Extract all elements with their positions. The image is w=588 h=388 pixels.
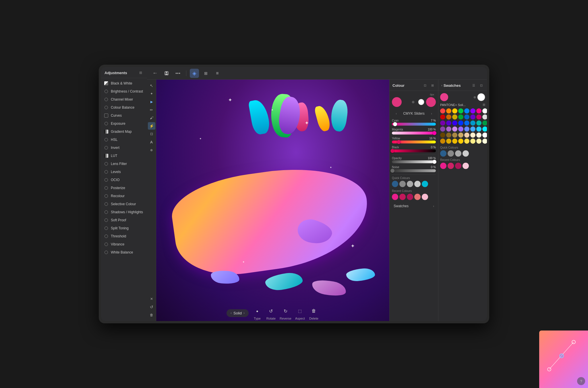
swatch-secondary-color[interactable]	[477, 93, 485, 101]
swatch-row4-6[interactable]	[476, 126, 481, 132]
type-selector[interactable]: ‹ Solid ›	[227, 309, 249, 317]
swatch-primary-color[interactable]	[440, 93, 448, 101]
recent-color-1[interactable]	[399, 194, 406, 200]
adj-item-lens-filter[interactable]: Lens Filter	[101, 160, 147, 168]
layers-btn[interactable]: ≡	[213, 69, 222, 78]
type-next-btn[interactable]: ›	[243, 311, 245, 315]
swatch-row4-1[interactable]	[446, 126, 451, 132]
swatch-row1-7[interactable]	[482, 108, 487, 114]
recent-color-3[interactable]	[414, 194, 421, 200]
sp-quick-1[interactable]	[448, 150, 454, 157]
swatch-row1-1[interactable]	[446, 108, 451, 114]
swatches-nav-btn[interactable]: Swatches ›	[392, 202, 436, 210]
quick-color-2[interactable]	[407, 181, 413, 187]
adj-item-hsl[interactable]: HSL	[101, 136, 147, 144]
undo-tool-btn[interactable]: ↺	[148, 303, 155, 311]
cmyk-next-btn[interactable]: ›	[429, 111, 434, 116]
swatches-back-btn[interactable]: ‹	[441, 84, 442, 87]
brush-active-tool[interactable]: ⚡	[148, 122, 155, 130]
swatch-row2-4[interactable]	[464, 114, 469, 120]
black-track[interactable]	[392, 149, 436, 152]
yellow-track[interactable]	[392, 141, 436, 143]
close-tool-btn[interactable]: ✕	[148, 295, 155, 303]
adj-item-colour-balance[interactable]: Colour Balance	[101, 103, 147, 112]
paint-tool[interactable]: 🖌	[148, 114, 155, 122]
noise-thumb[interactable]	[390, 169, 394, 173]
sp-recent-0[interactable]	[440, 163, 446, 169]
swatch-row1-2[interactable]	[452, 108, 457, 114]
cyan-track[interactable]	[392, 123, 436, 126]
adjustments-menu-btn[interactable]: ⊞	[138, 70, 144, 76]
recent-color-2[interactable]	[407, 194, 413, 200]
adj-item-levels[interactable]: Levels	[101, 168, 147, 176]
sp-recent-1[interactable]	[448, 163, 454, 169]
swatch-row6-2[interactable]	[452, 139, 457, 144]
swatches-list-btn[interactable]: ☰	[471, 82, 477, 88]
vector-tool[interactable]: ▶	[148, 98, 155, 105]
sp-quick-0[interactable]	[440, 150, 446, 157]
rotate-btn[interactable]: ↺	[266, 306, 276, 316]
more-button[interactable]: •••	[173, 69, 183, 78]
swatch-eyedropper-btn[interactable]: ⊕	[473, 95, 476, 99]
swatch-row1-4[interactable]	[464, 108, 469, 114]
adj-item-channel-mixer[interactable]: Channel Mixer	[101, 95, 147, 103]
primary-color-swatch[interactable]	[392, 97, 402, 107]
back-button[interactable]: ←	[150, 69, 160, 78]
swatch-row3-4[interactable]	[464, 120, 469, 126]
swatch-row2-7[interactable]	[482, 114, 487, 120]
swatch-row6-0[interactable]	[440, 139, 445, 144]
swatch-row3-3[interactable]	[458, 120, 463, 126]
adj-item-ocio[interactable]: OCIO	[101, 176, 147, 184]
swatch-row5-7[interactable]	[482, 132, 487, 138]
sp-quick-3[interactable]	[463, 150, 469, 157]
cmyk-prev-btn[interactable]: ‹	[394, 111, 399, 116]
adj-item-threshold[interactable]: Threshold	[101, 232, 147, 240]
magenta-thumb[interactable]	[432, 131, 436, 135]
noise-track[interactable]	[392, 169, 436, 172]
swatch-row3-5[interactable]	[470, 120, 475, 126]
swatch-row3-6[interactable]	[476, 120, 481, 126]
type-prev-btn[interactable]: ‹	[231, 311, 232, 315]
swatch-row6-1[interactable]	[446, 139, 451, 144]
swatch-row2-2[interactable]	[452, 114, 457, 120]
swatch-row5-5[interactable]	[470, 132, 475, 138]
swatch-row6-3[interactable]	[458, 139, 463, 144]
affinity-logo-btn[interactable]: ◈	[190, 69, 199, 78]
swatch-row1-3[interactable]	[458, 108, 463, 114]
crop-tool[interactable]: ⊡	[148, 130, 155, 138]
pen-tool[interactable]: ✏	[148, 106, 155, 114]
quick-color-4[interactable]	[422, 181, 428, 187]
colour-eyedropper-btn[interactable]: ⊕	[410, 99, 416, 105]
right-color-swatch[interactable]	[426, 97, 436, 107]
swatch-row6-5[interactable]	[470, 139, 475, 144]
sp-recent-2[interactable]	[455, 163, 461, 169]
colour-grid-btn[interactable]: ⊞	[430, 82, 435, 88]
swatch-row2-3[interactable]	[458, 114, 463, 120]
select-tool[interactable]: ↖	[148, 82, 155, 89]
swatch-row4-3[interactable]	[458, 126, 463, 132]
grid-view-btn[interactable]: ⊞	[201, 69, 210, 78]
swatch-row3-0[interactable]	[440, 120, 445, 126]
sp-quick-2[interactable]	[455, 150, 461, 157]
swatch-row1-0[interactable]	[440, 108, 445, 114]
eyedropper-tool[interactable]: ⊕	[148, 146, 155, 154]
magenta-track[interactable]	[392, 132, 436, 135]
swatch-row6-7[interactable]	[482, 139, 487, 144]
recent-color-4[interactable]	[422, 194, 428, 200]
opacity-thumb[interactable]	[432, 160, 436, 164]
adj-item-black-white[interactable]: Black & White	[101, 79, 147, 87]
cyan-thumb[interactable]	[393, 122, 397, 126]
reverse-btn[interactable]: ↻	[280, 306, 291, 316]
swatch-row3-2[interactable]	[452, 120, 457, 126]
delete-tool-btn[interactable]: 🗑	[148, 311, 155, 319]
adj-item-posterize[interactable]: Posterize	[101, 184, 147, 192]
swatch-row4-2[interactable]	[452, 126, 457, 132]
swatch-row5-4[interactable]	[464, 132, 469, 138]
sp-recent-3[interactable]	[463, 163, 469, 169]
canvas-area[interactable]: ✦ ✦ ✦ ✦ ✦ ✦ ✦ ‹ Solid ›	[156, 80, 389, 321]
swatch-row4-7[interactable]	[482, 126, 487, 132]
swatch-row2-1[interactable]	[446, 114, 451, 120]
delete-gradient-btn[interactable]: 🗑	[309, 306, 319, 316]
type-btn[interactable]: ●	[252, 306, 262, 316]
swatch-row5-0[interactable]	[440, 132, 445, 138]
